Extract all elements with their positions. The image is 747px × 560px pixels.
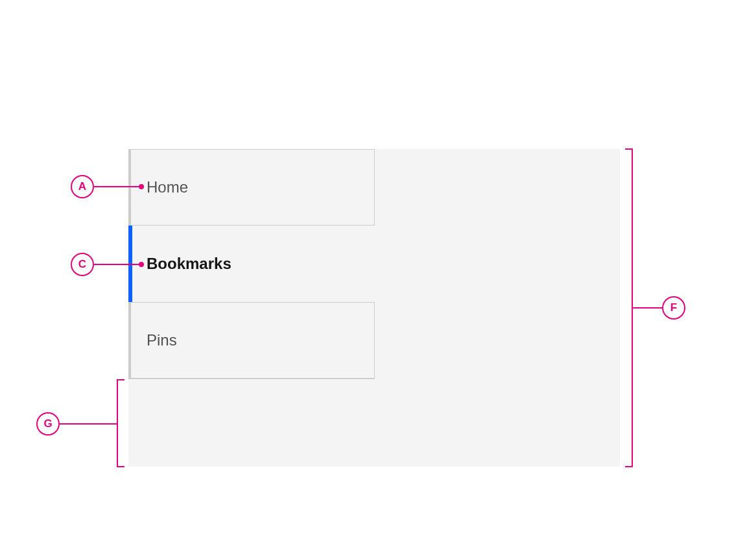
callout-label: G: [43, 417, 52, 430]
callout-label: F: [670, 301, 677, 314]
nav-separator: [128, 379, 375, 379]
callout-c: C: [71, 253, 94, 276]
nav-item-label: Bookmarks: [147, 255, 231, 273]
callout-f: F: [662, 296, 685, 320]
callout-g-tick-bottom: [117, 466, 124, 467]
callout-f-tick-top: [625, 148, 633, 150]
example-canvas: Home Bookmarks Pins: [128, 149, 620, 467]
callout-c-dot: [139, 262, 144, 267]
nav-item-label: Home: [147, 178, 188, 196]
callout-a: A: [71, 175, 94, 198]
callout-a-line: [94, 186, 139, 187]
nav-column: Home Bookmarks Pins: [128, 149, 375, 379]
nav-item-label: Pins: [147, 331, 177, 349]
callout-g: G: [36, 412, 60, 436]
nav-item-bookmarks[interactable]: Bookmarks: [128, 226, 375, 302]
callout-f-tick-bottom: [625, 466, 633, 467]
nav-item-home[interactable]: Home: [128, 149, 375, 226]
callout-label: A: [78, 180, 86, 193]
callout-c-line: [94, 264, 139, 265]
callout-g-tick-top: [117, 379, 124, 380]
callout-label: C: [78, 258, 86, 271]
callout-a-dot: [139, 184, 144, 189]
callout-g-line: [60, 423, 117, 425]
callout-f-line: [632, 307, 662, 309]
callout-g-bracket: [117, 379, 118, 467]
callout-f-bracket: [632, 148, 633, 467]
nav-item-pins[interactable]: Pins: [128, 302, 375, 379]
